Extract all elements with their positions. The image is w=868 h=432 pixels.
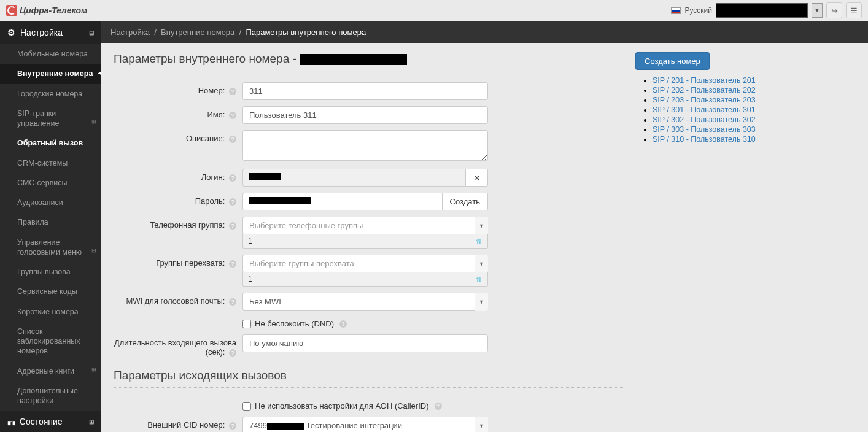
sidebar-item-internal[interactable]: Внутренние номера [0, 64, 101, 83]
brand-icon [6, 5, 17, 16]
label-dnd: Не беспокоить (DND) [255, 319, 334, 328]
expand-icon: ⊞ [91, 366, 96, 374]
help-icon[interactable]: ? [229, 112, 236, 119]
label-login: Логин: [201, 172, 225, 182]
trash-icon[interactable]: 🗑 [476, 276, 482, 283]
sip-item: SIP / 310 - Пользователь 310 [653, 135, 758, 144]
label-pickup-group: Группы перехвата: [156, 258, 225, 268]
sidebar-item-additional[interactable]: Дополнительные настройки [0, 381, 101, 411]
chevron-down-icon: ▼ [475, 255, 488, 272]
redacted-login [249, 173, 281, 180]
form-panel: Параметры внутреннего номера - Номер: ? … [114, 52, 623, 432]
label-phone-group: Телефонная группа: [150, 220, 225, 230]
help-icon[interactable]: ? [229, 222, 236, 230]
language-label[interactable]: Русский [684, 6, 712, 15]
help-icon[interactable]: ? [435, 403, 442, 410]
sidebar-item-shortnums[interactable]: Короткие номера [0, 302, 101, 322]
trash-icon[interactable]: 🗑 [476, 237, 482, 245]
sidebar-item-mobile[interactable]: Мобильные номера [0, 44, 101, 64]
dnd-checkbox[interactable] [242, 320, 251, 328]
user-select-caret[interactable]: ▼ [812, 3, 823, 18]
expand-icon: ⊞ [89, 418, 94, 425]
sip-list: SIP / 201 - Пользователь 201 SIP / 202 -… [635, 76, 758, 144]
help-icon[interactable]: ? [229, 349, 236, 357]
sidebar-item-addressbook[interactable]: Адресные книги⊞ [0, 361, 101, 381]
help-icon[interactable]: ? [229, 298, 236, 306]
breadcrumb-l1[interactable]: Настройка [110, 28, 150, 37]
menu-toggle-button[interactable] [846, 2, 862, 18]
help-icon[interactable]: ? [229, 88, 236, 95]
sidebar-section-label: Настройка [20, 28, 63, 37]
phone-group-select[interactable]: Выберите телефонные группы ▼ [242, 217, 488, 234]
chevron-down-icon: ▼ [475, 217, 488, 234]
label-duration: Длительность входящего вызова (сек): [114, 338, 236, 357]
chevron-down-icon: ▼ [475, 417, 488, 432]
right-panel: Создать номер SIP / 201 - Пользователь 2… [635, 52, 758, 432]
name-input[interactable] [242, 106, 488, 124]
label-name: Имя: [207, 110, 225, 119]
help-icon[interactable]: ? [339, 320, 347, 328]
label-number: Номер: [198, 86, 225, 95]
sidebar-item-rules[interactable]: Правила [0, 212, 101, 232]
sip-item: SIP / 201 - Пользователь 201 [653, 76, 758, 85]
redacted-title [300, 54, 407, 65]
label-ext-cid-num: Внешний CID номер: [147, 420, 225, 430]
number-input[interactable] [242, 82, 488, 100]
sidebar-item-siptrunk[interactable]: SIP-транки управление⊞ [0, 104, 101, 134]
sidebar-item-callgroups[interactable]: Группы вызова [0, 262, 101, 282]
sidebar-section-status[interactable]: Состояние ⊞ [0, 411, 101, 432]
sip-item: SIP / 301 - Пользователь 301 [653, 106, 758, 114]
sip-item: SIP / 302 - Пользователь 302 [653, 115, 758, 124]
topbar: Цифра-Телеком Русский ▼ [0, 0, 868, 21]
collapse-icon: ⊟ [89, 29, 94, 36]
create-number-button[interactable]: Создать номер [635, 52, 710, 70]
expand-icon: ⊟ [91, 247, 96, 255]
sidebar-item-city[interactable]: Городские номера [0, 84, 101, 104]
help-icon[interactable]: ? [229, 422, 236, 430]
sip-item: SIP / 203 - Пользователь 203 [653, 96, 758, 104]
gear-icon [7, 28, 15, 37]
label-no-callerid: Не использовать настройки для АОН (Calle… [255, 401, 429, 411]
password-input[interactable] [242, 193, 443, 210]
duration-input[interactable] [242, 334, 488, 352]
outgoing-section-title: Параметры исходящих вызовов [114, 369, 623, 382]
sidebar-item-servicecodes[interactable]: Сервисные коды [0, 282, 101, 301]
breadcrumb-l2[interactable]: Внутренние номера [161, 28, 234, 37]
help-icon[interactable]: ? [229, 260, 236, 268]
sidebar-item-crm[interactable]: CRM-системы [0, 153, 101, 173]
pickup-group-tag: 1 🗑 [242, 272, 488, 287]
sidebar-item-audio[interactable]: Аудиозаписи [0, 193, 101, 212]
breadcrumb-l3: Параметры внутреннего номера [246, 28, 366, 37]
expand-icon: ⊞ [91, 118, 96, 126]
chart-icon [7, 417, 15, 426]
no-callerid-checkbox[interactable] [242, 402, 251, 411]
page-title: Параметры внутреннего номера - [114, 52, 623, 66]
sidebar-section-settings[interactable]: Настройка ⊟ [0, 21, 101, 44]
sidebar-item-sms[interactable]: СМС-сервисы [0, 173, 101, 193]
generate-password-button[interactable]: Создать [443, 193, 488, 210]
brand-logo[interactable]: Цифра-Телеком [6, 5, 87, 16]
breadcrumb: Настройка / Внутренние номера / Параметр… [101, 21, 868, 43]
sidebar-item-callback[interactable]: Обратный вызов [0, 133, 101, 153]
login-input [242, 169, 466, 187]
flag-ru-icon [671, 7, 681, 14]
sidebar-item-ivr[interactable]: Управление голосовыми меню⊟ [0, 233, 101, 263]
help-icon[interactable]: ? [229, 198, 236, 206]
pickup-group-select[interactable]: Выберите группы перехвата ▼ [242, 255, 488, 272]
sidebar: Настройка ⊟ Мобильные номера Внутренние … [0, 21, 101, 432]
sip-item: SIP / 303 - Пользователь 303 [653, 125, 758, 134]
phone-group-tag: 1 🗑 [242, 234, 488, 249]
redacted-password [249, 197, 311, 204]
mwi-select[interactable]: Без MWI ▼ [242, 293, 488, 310]
redacted-cid [267, 423, 304, 430]
label-description: Описание: [186, 134, 225, 143]
help-icon[interactable]: ? [229, 174, 236, 182]
user-select[interactable] [716, 3, 808, 18]
regenerate-login-button[interactable] [466, 169, 488, 187]
logout-button[interactable] [826, 2, 842, 18]
help-icon[interactable]: ? [229, 136, 236, 143]
ext-cid-num-select[interactable]: 7499 Тестирование интеграции ▼ [242, 417, 488, 432]
description-textarea[interactable] [242, 130, 488, 161]
sip-item: SIP / 202 - Пользователь 202 [653, 86, 758, 94]
sidebar-item-blocklist[interactable]: Список заблокированных номеров [0, 322, 101, 361]
